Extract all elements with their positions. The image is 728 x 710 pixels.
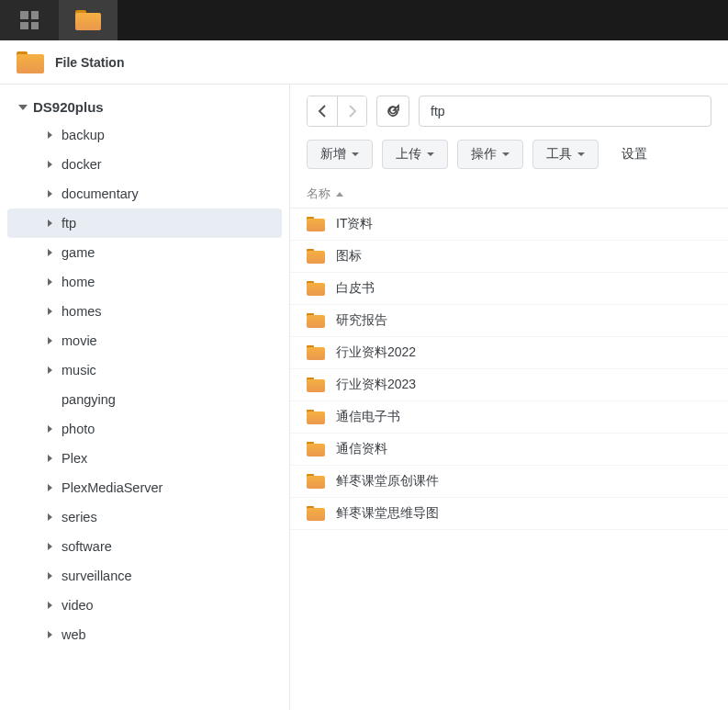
sidebar-item-music[interactable]: music [7,355,282,385]
sidebar-item-plexmediaserver[interactable]: PlexMediaServer [7,473,282,502]
sidebar-item-homes[interactable]: homes [7,297,282,326]
nav-row [290,85,728,132]
tools-button[interactable]: 工具 [532,140,599,169]
sidebar-item-label: PlexMediaServer [62,480,162,495]
sort-asc-icon [336,192,343,197]
app-header: File Station [0,40,728,85]
file-row[interactable]: 鲜枣课堂思维导图 [290,498,728,530]
content-area: 新增 上传 操作 工具 设置 名称 IT资料图标白皮书研究报告行业资料 [290,85,728,710]
chevron-down-icon [502,152,510,156]
sidebar-item-movie[interactable]: movie [7,326,282,355]
nav-history-group [307,96,367,127]
sidebar-item-backup[interactable]: backup [7,120,282,150]
sidebar-item-home[interactable]: home [7,267,282,297]
chevron-down-icon [352,152,359,156]
chevron-right-icon [48,572,52,580]
grid-icon [20,11,39,29]
chevron-right-icon [48,131,52,139]
file-name: IT资料 [336,216,373,232]
sidebar: DS920plus backupdockerdocumentaryftpgame… [0,85,290,710]
file-row[interactable]: 图标 [290,241,728,273]
sidebar-item-ftp[interactable]: ftp [7,208,282,238]
tree-root-label: DS920plus [33,99,104,115]
refresh-button[interactable] [376,96,409,127]
add-button[interactable]: 新增 [307,140,373,169]
file-row[interactable]: 行业资料2022 [290,337,728,369]
sidebar-item-pangying[interactable]: pangying [7,385,282,414]
settings-button-label: 设置 [622,146,647,163]
sidebar-item-label: video [62,598,94,613]
list-header[interactable]: 名称 [290,180,728,208]
upload-button[interactable]: 上传 [382,140,448,169]
chevron-left-icon [318,105,327,118]
sidebar-item-label: series [62,510,97,524]
chevron-down-icon [18,105,28,110]
file-row[interactable]: 通信电子书 [290,401,728,434]
file-name: 图标 [336,248,362,265]
chevron-right-icon [48,631,52,638]
sidebar-item-label: music [62,363,96,378]
chevron-right-icon [48,513,52,521]
sidebar-item-label: movie [62,333,97,348]
chevron-down-icon [427,152,434,156]
path-input[interactable] [419,96,711,127]
chevron-right-icon [348,105,357,118]
sidebar-item-label: surveillance [62,569,132,583]
back-button[interactable] [308,96,337,126]
taskbar-app-grid[interactable] [0,0,59,40]
folder-icon [307,217,325,231]
file-name: 行业资料2022 [336,344,416,361]
sidebar-item-software[interactable]: software [7,532,282,561]
folder-icon [307,378,325,392]
sidebar-item-series[interactable]: series [7,502,282,532]
folder-icon [307,506,325,521]
file-row[interactable]: 行业资料2023 [290,369,728,401]
sidebar-item-documentary[interactable]: documentary [7,179,282,208]
chevron-right-icon [48,308,52,315]
chevron-right-icon [48,337,52,344]
folder-icon [307,281,325,296]
sidebar-item-web[interactable]: web [7,620,282,649]
sidebar-item-label: backup [62,128,105,142]
action-button[interactable]: 操作 [457,140,523,169]
file-row[interactable]: 白皮书 [290,273,728,305]
sidebar-item-surveillance[interactable]: surveillance [7,561,282,591]
chevron-right-icon [48,366,52,374]
sidebar-item-plex[interactable]: Plex [7,444,282,473]
sidebar-item-label: pangying [62,392,116,407]
file-row[interactable]: 通信资料 [290,434,728,466]
add-button-label: 新增 [320,146,346,163]
forward-button[interactable] [337,96,366,126]
folder-icon [307,345,325,360]
folder-icon [75,10,101,30]
folder-icon [307,313,325,328]
sidebar-item-label: photo [62,422,95,436]
file-list: IT资料图标白皮书研究报告行业资料2022行业资料2023通信电子书通信资料鲜枣… [290,208,728,530]
file-row[interactable]: 研究报告 [290,305,728,337]
chevron-right-icon [48,249,52,256]
action-row: 新增 上传 操作 工具 设置 [290,132,728,180]
file-row[interactable]: 鲜枣课堂原创课件 [290,466,728,498]
chevron-right-icon [48,278,52,286]
sidebar-item-game[interactable]: game [7,238,282,267]
file-name: 鲜枣课堂思维导图 [336,505,439,522]
sidebar-item-label: docker [62,157,102,172]
file-name: 研究报告 [336,312,387,329]
chevron-right-icon [48,484,52,491]
spacer [48,396,52,403]
file-row[interactable]: IT资料 [290,208,728,241]
file-name: 白皮书 [336,280,375,297]
taskbar [0,0,728,40]
folder-icon [307,249,325,264]
sidebar-item-docker[interactable]: docker [7,150,282,179]
chevron-right-icon [48,425,52,433]
taskbar-file-station[interactable] [59,0,118,40]
sidebar-item-label: documentary [62,186,139,201]
settings-button[interactable]: 设置 [608,140,661,169]
sidebar-item-label: software [62,539,112,554]
sidebar-item-video[interactable]: video [7,591,282,620]
sidebar-item-photo[interactable]: photo [7,414,282,444]
chevron-right-icon [48,190,52,197]
tree-root[interactable]: DS920plus [0,94,289,120]
file-name: 鲜枣课堂原创课件 [336,473,439,490]
